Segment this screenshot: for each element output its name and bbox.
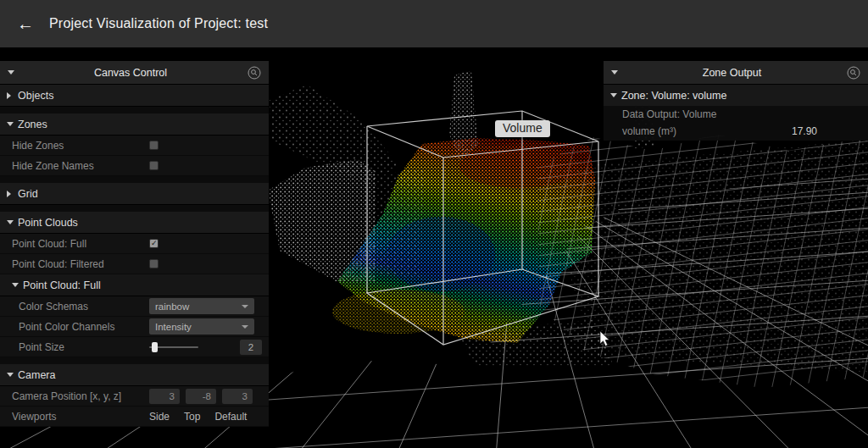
point-cloud-filtered-label: Point Cloud: Filtered	[12, 258, 149, 270]
point-size-value[interactable]: 2	[240, 340, 262, 355]
viewport-side-button[interactable]: Side	[149, 411, 170, 423]
section-zones[interactable]: Zones	[0, 113, 269, 136]
zone-output-panel: Zone Output Zone: Volume: volume Data Ou…	[604, 61, 868, 141]
panel-title: Canvas Control	[19, 67, 242, 79]
topbar: ← Project Visualization of Project: test	[0, 0, 868, 47]
section-objects[interactable]: Objects	[0, 85, 269, 107]
chevron-down-icon	[610, 93, 617, 97]
chevron-down-icon	[8, 70, 14, 75]
point-cloud-filtered-row: Point Cloud: Filtered	[0, 254, 269, 274]
zone-row-label: Zone: Volume: volume	[621, 90, 726, 102]
chevron-right-icon	[7, 191, 11, 197]
volume-metric-label: volume (m³)	[622, 125, 676, 137]
panel-title: Zone Output	[622, 67, 842, 79]
zone-output-header: Zone Output	[604, 61, 868, 85]
point-size-row: Point Size 2	[0, 337, 269, 357]
point-size-label: Point Size	[19, 341, 149, 353]
data-output-label: Data Output: Volume	[622, 108, 716, 120]
color-schemas-select[interactable]: rainbow	[149, 298, 254, 314]
section-label: Camera	[18, 369, 55, 381]
camera-x-input[interactable]: 3	[149, 389, 180, 404]
section-label: Zones	[18, 119, 47, 130]
point-cloud-full-checkbox[interactable]	[149, 239, 159, 248]
volume-value-row: volume (m³) 17.90	[604, 122, 868, 141]
grid-group: Grid	[0, 183, 269, 205]
point-color-channels-value: Intensity	[155, 322, 192, 332]
back-button[interactable]: ←	[17, 15, 34, 32]
magnifier-icon	[248, 66, 261, 80]
section-grid[interactable]: Grid	[0, 183, 269, 205]
zone-volume-label: Volume	[495, 120, 550, 137]
hide-zones-checkbox[interactable]	[149, 141, 159, 150]
section-label: Grid	[18, 188, 38, 200]
section-label: Objects	[18, 90, 53, 102]
hide-zone-names-row: Hide Zone Names	[0, 156, 269, 176]
point-color-channels-label: Point Color Channels	[19, 321, 149, 333]
hide-zone-names-checkbox[interactable]	[149, 161, 159, 170]
panel-search-button[interactable]	[248, 66, 261, 80]
section-point-clouds[interactable]: Point Clouds	[0, 212, 269, 234]
hide-zones-label: Hide Zones	[12, 140, 149, 152]
viewport-default-button[interactable]: Default	[214, 411, 247, 423]
slider-handle[interactable]	[152, 342, 158, 352]
color-schemas-row: Color Schemas rainbow	[0, 296, 269, 317]
hide-zones-row: Hide Zones	[0, 136, 269, 156]
point-color-channels-select[interactable]: Intensity	[149, 318, 254, 335]
camera-y-input[interactable]: -8	[186, 389, 216, 404]
subsection-point-cloud-full[interactable]: Point Cloud: Full	[0, 274, 269, 296]
viewports-row: Viewports Side Top Default	[0, 407, 269, 427]
point-cloud-full-row: Point Cloud: Full	[0, 234, 269, 254]
chevron-down-icon	[7, 373, 14, 377]
section-label: Point Clouds	[18, 217, 78, 229]
zone-volume-row[interactable]: Zone: Volume: volume	[604, 85, 868, 106]
chevron-down-icon	[7, 220, 14, 224]
panel-search-button[interactable]	[847, 66, 860, 80]
chevron-down-icon	[7, 122, 14, 126]
color-schemas-label: Color Schemas	[19, 301, 149, 312]
panel-collapse-toggle[interactable]	[8, 70, 19, 75]
canvas-control-header: Canvas Control	[0, 61, 269, 85]
chevron-down-icon	[12, 283, 19, 287]
section-camera[interactable]: Camera	[0, 364, 269, 386]
viewports-label: Viewports	[12, 411, 149, 423]
chevron-right-icon	[7, 92, 11, 99]
chevron-down-icon	[242, 305, 248, 308]
page-title: Project Visualization of Project: test	[49, 16, 268, 31]
objects-group: Objects	[0, 85, 269, 107]
magnifier-icon	[847, 66, 860, 80]
panel-collapse-toggle[interactable]	[611, 70, 622, 75]
canvas-control-panel: Canvas Control Objects Zones Hide Zones …	[0, 61, 269, 427]
point-clouds-group: Point Clouds Point Cloud: Full Point Clo…	[0, 212, 269, 357]
point-cloud-full-label: Point Cloud: Full	[12, 238, 149, 250]
point-color-channels-row: Point Color Channels Intensity	[0, 317, 269, 337]
camera-position-label: Camera Position [x, y, z]	[12, 390, 149, 402]
camera-z-input[interactable]: 3	[222, 389, 253, 404]
point-cloud-filtered-checkbox[interactable]	[149, 259, 159, 268]
chevron-down-icon	[242, 325, 248, 329]
camera-position-row: Camera Position [x, y, z] 3 -8 3	[0, 386, 269, 407]
volume-value: 17.90	[792, 125, 817, 137]
point-size-slider[interactable]	[149, 346, 198, 348]
color-schemas-value: rainbow	[155, 301, 189, 312]
hide-zone-names-label: Hide Zone Names	[12, 160, 149, 172]
data-output-row: Data Output: Volume	[604, 106, 868, 122]
camera-group: Camera Camera Position [x, y, z] 3 -8 3 …	[0, 364, 269, 427]
chevron-down-icon	[611, 70, 618, 75]
viewport-top-button[interactable]: Top	[184, 411, 200, 423]
subsection-label: Point Cloud: Full	[23, 279, 101, 291]
zones-group: Zones Hide Zones Hide Zone Names	[0, 113, 269, 176]
